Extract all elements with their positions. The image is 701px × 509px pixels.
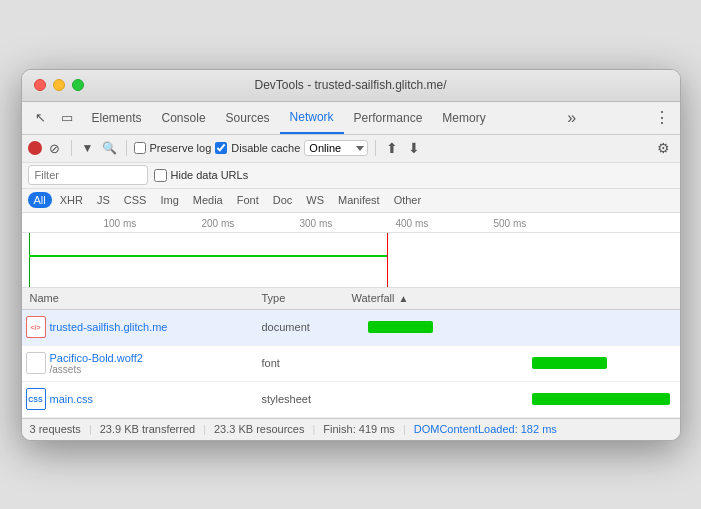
waterfall-timeline: 100 ms 200 ms 300 ms 400 ms 500 ms — [22, 213, 680, 288]
timeline-ruler: 100 ms 200 ms 300 ms 400 ms 500 ms — [22, 213, 680, 233]
header-name[interactable]: Name — [22, 292, 262, 304]
device-icon[interactable]: ▭ — [56, 107, 78, 129]
row-filename-3: main.css — [50, 393, 93, 405]
preserve-log-label[interactable]: Preserve log — [134, 142, 212, 154]
row-name-3: CSS main.css — [22, 388, 262, 410]
disable-cache-checkbox[interactable] — [215, 142, 227, 154]
row-waterfall-3 — [352, 382, 680, 417]
tab-network[interactable]: Network — [280, 102, 344, 134]
row-filename-1: trusted-sailfish.glitch.me — [50, 321, 168, 333]
traffic-lights — [34, 79, 84, 91]
type-font[interactable]: Font — [231, 192, 265, 208]
css-icon: CSS — [26, 388, 46, 410]
hide-data-urls-checkbox[interactable] — [154, 169, 167, 182]
timeline-content — [22, 233, 680, 288]
menu-button[interactable]: ⋮ — [648, 108, 676, 127]
status-bar: 3 requests | 23.9 KB transferred | 23.3 … — [22, 418, 680, 440]
type-other[interactable]: Other — [388, 192, 428, 208]
type-img[interactable]: Img — [154, 192, 184, 208]
settings-button[interactable]: ⚙ — [653, 138, 674, 158]
row-filename-2: Pacifico-Bold.woff2 — [50, 352, 143, 364]
more-tabs-button[interactable]: » — [561, 109, 582, 127]
type-media[interactable]: Media — [187, 192, 229, 208]
header-type[interactable]: Type — [262, 292, 352, 304]
type-xhr[interactable]: XHR — [54, 192, 89, 208]
row-type-1: document — [262, 321, 352, 333]
throttle-select[interactable]: Online Fast 3G Slow 3G Offline — [304, 140, 368, 156]
row-type-3: stylesheet — [262, 393, 352, 405]
transferred-size: 23.9 KB transferred — [100, 423, 195, 435]
row-name-2: Pacifico-Bold.woff2 /assets — [22, 352, 262, 375]
tab-memory[interactable]: Memory — [432, 102, 495, 134]
type-doc[interactable]: Doc — [267, 192, 299, 208]
type-css[interactable]: CSS — [118, 192, 153, 208]
maximize-button[interactable] — [72, 79, 84, 91]
timeline-bar — [29, 255, 387, 257]
hide-data-urls-label[interactable]: Hide data URLs — [154, 169, 249, 182]
tab-icons: ↖ ▭ — [26, 107, 82, 129]
preserve-log-checkbox[interactable] — [134, 142, 146, 154]
table-row[interactable]: Pacifico-Bold.woff2 /assets font — [22, 346, 680, 382]
tab-elements[interactable]: Elements — [82, 102, 152, 134]
download-button[interactable]: ⬇ — [405, 140, 423, 156]
type-manifest[interactable]: Manifest — [332, 192, 386, 208]
row-type-2: font — [262, 357, 352, 369]
waterfall-bar-3 — [532, 393, 670, 405]
waterfall-bar-1 — [368, 321, 434, 333]
record-button[interactable] — [28, 141, 42, 155]
table-header: Name Type Waterfall ▲ — [22, 288, 680, 310]
cursor-icon[interactable]: ↖ — [30, 107, 52, 129]
tab-bar: ↖ ▭ Elements Console Sources Network Per… — [22, 102, 680, 135]
ruler-label-500: 500 ms — [494, 218, 527, 229]
row-subpath-2: /assets — [50, 364, 143, 375]
ruler-label-400: 400 ms — [396, 218, 429, 229]
ruler-label-300: 300 ms — [300, 218, 333, 229]
filter-bar: Hide data URLs — [22, 163, 680, 189]
separator-1 — [71, 140, 72, 156]
row-waterfall-1 — [352, 310, 680, 345]
font-icon — [26, 352, 46, 374]
stop-button[interactable]: ⊘ — [46, 139, 64, 157]
dom-loaded-line — [29, 233, 30, 288]
table-row[interactable]: </> trusted-sailfish.glitch.me document — [22, 310, 680, 346]
disable-cache-label[interactable]: Disable cache — [215, 142, 300, 154]
resources-size: 23.3 KB resources — [214, 423, 305, 435]
type-filter-bar: All XHR JS CSS Img Media Font Doc WS Man… — [22, 189, 680, 213]
window-title: DevTools - trusted-sailfish.glitch.me/ — [254, 78, 446, 92]
row-name-1: </> trusted-sailfish.glitch.me — [22, 316, 262, 338]
separator-3 — [375, 140, 376, 156]
header-waterfall[interactable]: Waterfall ▲ — [352, 292, 680, 304]
minimize-button[interactable] — [53, 79, 65, 91]
close-button[interactable] — [34, 79, 46, 91]
filter-icon[interactable]: ▼ — [79, 139, 97, 157]
finish-time: Finish: 419 ms — [323, 423, 395, 435]
search-icon[interactable]: 🔍 — [101, 139, 119, 157]
tab-list: ↖ ▭ Elements Console Sources Network Per… — [26, 102, 676, 134]
ruler-label-200: 200 ms — [202, 218, 235, 229]
ruler-label-100: 100 ms — [104, 218, 137, 229]
sort-arrow: ▲ — [399, 293, 409, 304]
filter-input[interactable] — [28, 165, 148, 185]
dom-loaded-time: DOMContentLoaded: 182 ms — [414, 423, 557, 435]
html-icon: </> — [26, 316, 46, 338]
tab-console[interactable]: Console — [152, 102, 216, 134]
controls-bar: ⊘ ▼ 🔍 Preserve log Disable cache Online … — [22, 135, 680, 163]
devtools-window: DevTools - trusted-sailfish.glitch.me/ ↖… — [21, 69, 681, 441]
tab-performance[interactable]: Performance — [344, 102, 433, 134]
table-row[interactable]: CSS main.css stylesheet — [22, 382, 680, 418]
upload-button[interactable]: ⬆ — [383, 140, 401, 156]
type-ws[interactable]: WS — [300, 192, 330, 208]
title-bar: DevTools - trusted-sailfish.glitch.me/ — [22, 70, 680, 102]
requests-count: 3 requests — [30, 423, 81, 435]
load-line — [387, 233, 388, 288]
separator-2 — [126, 140, 127, 156]
row-waterfall-2 — [352, 346, 680, 381]
type-js[interactable]: JS — [91, 192, 116, 208]
type-all[interactable]: All — [28, 192, 52, 208]
tab-sources[interactable]: Sources — [216, 102, 280, 134]
network-table: Name Type Waterfall ▲ </> trusted-sailfi… — [22, 288, 680, 418]
waterfall-bar-2 — [532, 357, 607, 369]
